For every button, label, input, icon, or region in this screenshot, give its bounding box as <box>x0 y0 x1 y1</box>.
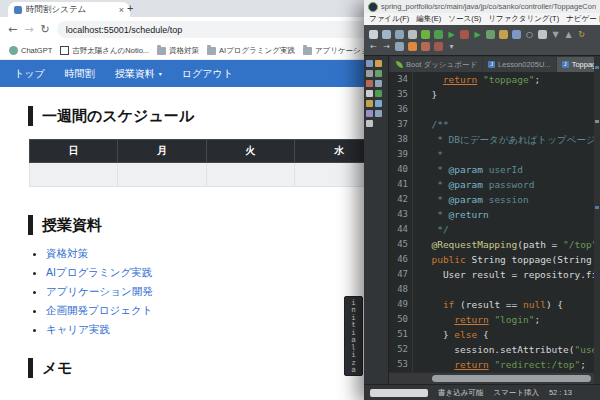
line-number[interactable]: 48 <box>389 282 413 297</box>
code-text[interactable]: return "redirect:/top"; <box>413 357 586 372</box>
new-tab-button[interactable]: + <box>127 2 133 14</box>
menu-item[interactable]: ナビゲート(N) <box>566 14 600 24</box>
line-number[interactable]: 41 <box>389 177 413 192</box>
progress-icon[interactable] <box>375 90 382 97</box>
javadoc-icon[interactable] <box>375 80 382 87</box>
forward-icon[interactable]: → <box>24 23 33 36</box>
declaration-icon[interactable] <box>366 90 373 97</box>
material-link[interactable]: 資格対策 <box>46 247 88 259</box>
prev-annotation-icon[interactable]: ▲ <box>564 30 573 39</box>
line-number[interactable]: 42 <box>389 192 413 207</box>
bookmark-item[interactable]: 吉野太陽さんのNotio... <box>60 46 149 56</box>
code-text[interactable]: * <box>413 147 443 162</box>
line-number[interactable]: 35 <box>389 87 413 102</box>
code-text[interactable]: return "toppage"; <box>413 72 540 87</box>
run-icon[interactable]: ▶ <box>447 30 456 39</box>
line-number[interactable]: 51 <box>389 327 413 342</box>
line-number[interactable]: 38 <box>389 132 413 147</box>
bookmark-item[interactable]: AIプログラミング実践 <box>207 46 295 56</box>
code-text[interactable] <box>413 282 420 297</box>
outline-icon[interactable] <box>366 70 373 77</box>
toggle-mark-icon[interactable] <box>538 30 547 39</box>
code-text[interactable]: * @param password <box>413 177 534 192</box>
line-number[interactable]: 34 <box>389 72 413 87</box>
line-number[interactable]: 49 <box>389 297 413 312</box>
debug-icon[interactable] <box>434 30 443 39</box>
line-number[interactable]: 36 <box>389 102 413 117</box>
java-perspective-icon[interactable] <box>408 42 417 51</box>
code-text[interactable]: session.setAttribute("user", result); <box>413 342 594 357</box>
line-number[interactable]: 53 <box>389 357 413 372</box>
code-text[interactable]: @RequestMapping(path = "/top", method = … <box>413 237 594 252</box>
nav-item-materials[interactable]: 授業資料▾ <box>105 67 172 81</box>
new-wizard-icon[interactable] <box>369 30 378 39</box>
material-link[interactable]: キャリア実践 <box>46 323 110 335</box>
package-explorer-icon[interactable] <box>375 60 382 67</box>
overview-ruler[interactable] <box>594 56 600 384</box>
git-icon[interactable] <box>421 42 430 51</box>
material-link[interactable]: AIプログラミング実践 <box>46 266 152 278</box>
editor-tab[interactable]: JToppageCont...× <box>557 57 594 72</box>
code-text[interactable]: */ <box>413 222 449 237</box>
browser-tab[interactable]: 時間割システム × <box>8 2 130 17</box>
git-staging-icon[interactable] <box>375 100 382 107</box>
code-text[interactable]: User result = repository.findByIdAndPass… <box>413 267 594 282</box>
forward-history-icon[interactable]: → <box>382 42 391 51</box>
print-icon[interactable] <box>408 30 417 39</box>
code-text[interactable]: * DBにデータがあればトップページへ遷移する <box>413 132 594 147</box>
console-icon[interactable] <box>375 70 382 77</box>
snippets-icon[interactable] <box>366 110 373 117</box>
menu-item[interactable]: ソース(S) <box>448 14 481 24</box>
back-history-icon[interactable]: ← <box>369 42 378 51</box>
minimized-progress-label[interactable]: initializa <box>344 296 363 376</box>
spring-boot-icon[interactable] <box>421 30 430 39</box>
line-number[interactable]: 46 <box>389 252 413 267</box>
back-icon[interactable]: ← <box>8 23 17 36</box>
new-java-class-icon[interactable] <box>486 30 495 39</box>
external-tools-icon[interactable]: ▶ <box>473 30 482 39</box>
coverage-icon[interactable] <box>460 30 469 39</box>
refresh-icon[interactable]: ↻ <box>40 23 49 36</box>
horizontal-scrollbar[interactable] <box>389 372 594 384</box>
code-text[interactable]: * @param session <box>413 192 529 207</box>
menu-item[interactable]: リファクタリング(T) <box>488 14 559 24</box>
line-number[interactable]: 37 <box>389 117 413 132</box>
address-bar[interactable]: localhost:55001/schedule/top <box>57 21 375 38</box>
line-number[interactable]: 43 <box>389 207 413 222</box>
new-package-icon[interactable] <box>499 30 508 39</box>
code-text[interactable]: public String toppage(String userId, Str… <box>413 252 594 267</box>
line-number[interactable]: 47 <box>389 267 413 282</box>
save-icon[interactable] <box>382 30 391 39</box>
code-text[interactable]: return "login"; <box>413 312 540 327</box>
perspective-icon[interactable] <box>395 42 404 51</box>
project-explorer-icon[interactable] <box>366 60 373 67</box>
menu-item[interactable]: 編集(E) <box>416 14 441 24</box>
line-number[interactable]: 40 <box>389 162 413 177</box>
search-view-icon[interactable] <box>366 100 373 107</box>
line-number[interactable]: 39 <box>389 147 413 162</box>
line-number[interactable]: 44 <box>389 222 413 237</box>
code-text[interactable]: /** <box>413 117 449 132</box>
code-text[interactable]: * @param userId <box>413 162 523 177</box>
junit-icon[interactable] <box>434 42 443 51</box>
material-link[interactable]: アプリケーション開発 <box>46 285 153 297</box>
eclipse-title-bar[interactable]: spring_portfolio/src/main/java/jp/co/san… <box>364 0 600 13</box>
terminal-icon[interactable] <box>366 120 373 127</box>
next-annotation-icon[interactable]: ▼ <box>551 30 560 39</box>
code-text[interactable]: } else { <box>413 327 489 342</box>
line-number[interactable]: 45 <box>389 237 413 252</box>
problems-icon[interactable] <box>366 80 373 87</box>
bookmark-item[interactable]: ChatGPT <box>9 46 52 55</box>
open-type-icon[interactable] <box>512 30 521 39</box>
code-text[interactable]: } <box>413 87 437 102</box>
servers-icon[interactable] <box>375 110 382 117</box>
nav-item-timetable[interactable]: 時間割 <box>55 67 105 81</box>
line-number[interactable]: 50 <box>389 312 413 327</box>
bookmark-item[interactable]: 資格対策 <box>157 46 199 56</box>
code-text[interactable]: if (result == null) { <box>413 297 563 312</box>
search-icon[interactable]: ○ <box>525 30 534 39</box>
scrollbar-thumb[interactable] <box>432 375 591 382</box>
dropdown-icon[interactable]: ▾ <box>447 42 456 51</box>
nav-item-top[interactable]: トップ <box>4 67 55 81</box>
code-text[interactable]: * @return <box>413 207 489 222</box>
